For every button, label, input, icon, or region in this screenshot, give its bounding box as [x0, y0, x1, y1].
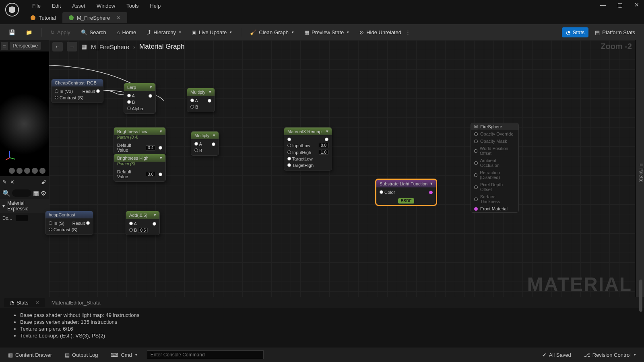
platform-stats-button[interactable]: ▤Platform Stats [591, 27, 639, 37]
hide-unrelated-button[interactable]: ⊘Hide Unrelated⋮ [355, 27, 415, 37]
chevron-down-icon[interactable]: ▾ [209, 89, 211, 95]
maximize-button[interactable]: ▢ [615, 2, 625, 8]
value-input[interactable]: 1.0 [319, 150, 328, 155]
menu-edit[interactable]: Edit [46, 1, 66, 10]
node-title: Substrate Light Function [380, 181, 427, 186]
kebab-icon[interactable]: ⋮ [405, 29, 411, 35]
menu-asset[interactable]: Asset [66, 1, 91, 10]
home-button[interactable]: ⌂Home [113, 27, 140, 37]
node-add[interactable]: Add(,0.5)▾ A B 0.5 [126, 211, 160, 235]
chevron-down-icon[interactable]: ▾ [160, 129, 162, 134]
menu-file[interactable]: File [27, 1, 46, 10]
edit-icon[interactable]: ✎ [2, 179, 7, 185]
close-button[interactable]: ✕ [632, 2, 642, 8]
minimize-button[interactable]: — [598, 2, 608, 8]
live-update-button[interactable]: ▣Live Update▾ [188, 27, 236, 37]
tab-tutorial[interactable]: Tutorial [24, 12, 62, 23]
value-input[interactable]: 0.0 [319, 143, 328, 148]
property-value[interactable] [16, 215, 28, 221]
brush-icon[interactable]: 🖌 [41, 179, 46, 185]
viewport-menu-button[interactable]: ≡ [1, 42, 8, 50]
chevron-down-icon[interactable]: ▾ [213, 133, 215, 138]
tab-close-icon[interactable]: ✕ [35, 300, 39, 306]
material-graph[interactable]: ← → ▦ M_FireSphere › Material Graph Zoom… [49, 40, 644, 298]
node-subtitle: Param (0.4) [114, 135, 165, 140]
tab-firesphere[interactable]: M_FireSphere ✕ [62, 12, 127, 23]
menu-window[interactable]: Window [91, 1, 121, 10]
log-icon: ▤ [65, 352, 70, 358]
chevron-down-icon[interactable]: ▾ [430, 181, 433, 186]
chevron-down-icon[interactable]: ▾ [150, 84, 152, 90]
output-log-button[interactable]: ▤Output Log [62, 350, 101, 360]
node-material-output[interactable]: M_FireSphere Opacity Override Opacity Ma… [471, 123, 519, 213]
custom-shape-button[interactable] [39, 168, 45, 174]
hide-icon: ⊘ [359, 29, 364, 35]
node-title: M_FireSphere [471, 123, 518, 130]
nav-forward-button[interactable]: → [67, 42, 77, 51]
grid-view-icon[interactable]: ▦ [33, 189, 39, 197]
sphere-shape-button[interactable] [17, 168, 23, 174]
node-substrate-light-function[interactable]: Substrate Light Function▾ Color BSDF [376, 179, 436, 205]
chevron-down-icon: ▾ [179, 30, 181, 34]
search-button[interactable]: 🔍Search [77, 27, 110, 37]
save-button[interactable]: 💾 [5, 27, 19, 37]
console-command-input[interactable] [147, 350, 264, 359]
details-search-input[interactable] [12, 189, 31, 197]
node-brightness-high[interactable]: Brightness High▾ Param (3) Default Value… [114, 154, 166, 182]
menu-help[interactable]: Help [144, 1, 166, 10]
clear-icon[interactable]: ✕ [10, 179, 14, 185]
details-section-header[interactable]: ▾Material Expressio [0, 199, 49, 213]
palette-tab[interactable]: ≡ Palette [635, 40, 644, 298]
crumb-material[interactable]: M_FireSphere [91, 43, 129, 50]
value-input[interactable]: 0.5 [138, 228, 148, 233]
chevron-down-icon[interactable]: ▾ [154, 212, 156, 218]
chevron-down-icon: ▾ [230, 30, 232, 34]
chevron-down-icon[interactable]: ▾ [326, 129, 328, 134]
preview-state-button[interactable]: ▦Preview State▾ [300, 27, 353, 37]
chevron-down-icon: ▾ [2, 203, 5, 209]
plane-shape-button[interactable] [24, 168, 30, 174]
clean-graph-button[interactable]: 🧹Clean Graph▾ [246, 27, 298, 37]
node-cheapcontrast[interactable]: heapContrast In (S)Result Contrast (S) [45, 211, 93, 235]
tab-close-icon[interactable]: ✕ [116, 15, 121, 21]
value-input[interactable]: 3.0 [146, 172, 155, 177]
revision-control-button[interactable]: ⎇Revision Control▾ [581, 350, 639, 360]
stats-button[interactable]: ◔Stats [562, 27, 589, 37]
cmd-icon: ⌨ [111, 352, 118, 358]
node-lerp[interactable]: Lerp▾ A B Alpha [124, 83, 156, 114]
node-title: Add(,0.5) [129, 213, 147, 218]
stats-line: Texture Lookups (Est.): VS(3), PS(2) [20, 333, 632, 339]
menu-tools[interactable]: Tools [121, 1, 144, 10]
cube-shape-button[interactable] [32, 168, 38, 174]
node-materialx-remap[interactable]: MaterialX Remap▾ InputLow0.0 InputHigh1.… [284, 127, 332, 171]
node-cheapcontrast-rgb[interactable]: CheapContrast_RGB In (V3)Result Contrast… [51, 79, 103, 103]
nav-back-button[interactable]: ← [52, 42, 63, 51]
preview-shape-buttons [9, 168, 45, 174]
hierarchy-button[interactable]: ⇵Hierarchy▾ [142, 27, 185, 37]
crumb-graph[interactable]: Material Graph [139, 43, 184, 51]
node-multiply-2[interactable]: Multiply▾ A B [191, 131, 219, 156]
browse-button[interactable]: 📁 [22, 27, 36, 37]
graph-breadcrumb: ← → ▦ M_FireSphere › Material Graph [52, 42, 184, 51]
status-bar: ▥Content Drawer ▤Output Log ⌨Cmd▾ ✔All S… [0, 348, 644, 362]
view-mode-perspective[interactable]: Perspective [10, 42, 41, 50]
node-multiply-1[interactable]: Multiply▾ A B [187, 88, 215, 112]
save-icon: 💾 [9, 29, 15, 35]
all-saved-indicator[interactable]: ✔All Saved [539, 350, 574, 360]
node-brightness-low[interactable]: Brightness Low▾ Param (0.4) Default Valu… [114, 127, 166, 155]
preview-viewport[interactable] [0, 51, 49, 176]
content-drawer-button[interactable]: ▥Content Drawer [5, 350, 55, 360]
scrollbar-thumb[interactable] [639, 280, 642, 312]
preview-icon: ▦ [304, 29, 309, 35]
cmd-dropdown[interactable]: ⌨Cmd▾ [107, 350, 140, 360]
tab-material-editor-strata[interactable]: MaterialEditor_Strata [46, 298, 106, 307]
tab-stats[interactable]: ◔Stats✕ [4, 298, 45, 307]
value-input[interactable]: 0.4 [146, 145, 155, 150]
settings-icon[interactable]: ⚙ [41, 189, 46, 197]
chevron-down-icon[interactable]: ▾ [160, 155, 162, 160]
stats-output: Base pass shader without light map: 49 i… [0, 308, 644, 343]
apply-button[interactable]: ↻Apply [46, 27, 74, 37]
chevron-down-icon: ▾ [347, 30, 349, 34]
cylinder-shape-button[interactable] [9, 168, 15, 174]
drawer-icon: ▥ [8, 352, 13, 358]
